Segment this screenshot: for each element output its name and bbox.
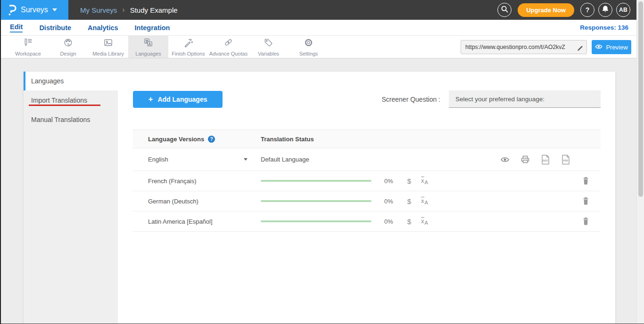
panel-controls: + Add Languages Screener Question : Sele… xyxy=(133,90,601,108)
tab-integration[interactable]: Integration xyxy=(135,24,170,32)
help-badge-icon[interactable]: ? xyxy=(208,136,215,143)
add-languages-button[interactable]: + Add Languages xyxy=(133,91,223,108)
toolbar-item-workspace[interactable]: Workspace xyxy=(8,36,48,58)
auto-translate-button[interactable]: x A xyxy=(421,177,428,185)
eye-icon xyxy=(595,44,603,51)
breadcrumb-chevron-icon: › xyxy=(122,6,124,14)
language-name: English xyxy=(148,156,168,163)
help-button[interactable]: ? xyxy=(580,3,594,17)
survey-url-input[interactable] xyxy=(461,44,573,50)
tag-icon xyxy=(263,37,274,50)
toolbar-item-media-library[interactable]: Media Library xyxy=(88,36,128,58)
languages-card: Languages Import Translations Manual Tra… xyxy=(24,72,615,324)
toolbar-item-finish-options[interactable]: Finish Options xyxy=(168,36,208,58)
toolbar-label: Design xyxy=(60,51,76,57)
sidebar-item-label: Manual Translations xyxy=(31,116,90,123)
sidebar-item-manual-translations[interactable]: Manual Translations xyxy=(24,110,118,129)
svg-text:DOC: DOC xyxy=(543,159,548,162)
view-survey-button[interactable] xyxy=(500,156,510,163)
product-label: Surveys xyxy=(21,6,48,14)
toolbar-item-variables[interactable]: Variables xyxy=(248,36,289,58)
translate-icon: x xyxy=(421,177,424,184)
chain-link-icon xyxy=(223,37,234,50)
trash-icon xyxy=(582,197,589,205)
breadcrumb-my-surveys[interactable]: My Surveys xyxy=(80,6,117,14)
language-cell: French (Français) xyxy=(133,178,261,185)
translate-icon xyxy=(143,37,154,50)
scrollbar-thumb[interactable] xyxy=(638,1,643,197)
sidebar-item-label: Import Translations xyxy=(31,97,87,104)
status-cell: 0% $ x A xyxy=(261,177,601,185)
language-name: Latin America [Español] xyxy=(148,218,213,225)
table-row-latin-america: Latin America [Español] 0% $ x A xyxy=(133,211,601,232)
translation-progress-bar xyxy=(261,200,372,202)
sidebar-item-languages[interactable]: Languages xyxy=(24,72,118,90)
screener-question-select[interactable]: Select your preferred language: xyxy=(449,90,601,108)
languages-sidebar: Languages Import Translations Manual Tra… xyxy=(24,72,118,324)
paid-translation-button[interactable]: $ xyxy=(404,177,414,185)
image-icon xyxy=(103,37,114,50)
export-doc-button[interactable]: DOC xyxy=(541,154,550,165)
product-menu[interactable]: Surveys xyxy=(1,0,68,20)
search-icon xyxy=(501,5,509,15)
doc-file-icon: DOC xyxy=(541,154,550,165)
section-tabbar: Edit Distribute Analytics Integration Re… xyxy=(1,20,636,36)
toolbar-item-settings[interactable]: Settings xyxy=(289,36,329,58)
language-cell: Latin America [Español] xyxy=(133,218,261,225)
eye-icon xyxy=(500,156,510,163)
delete-language-button[interactable] xyxy=(582,177,589,185)
delete-language-button[interactable] xyxy=(582,197,589,205)
paid-translation-button[interactable]: $ xyxy=(404,218,414,226)
tab-analytics[interactable]: Analytics xyxy=(88,24,118,32)
default-status-cell: Default Language xyxy=(261,154,601,165)
search-button[interactable] xyxy=(497,3,512,17)
toolbar-label: Advance Quotas xyxy=(209,51,248,57)
export-actions: DOC PDF xyxy=(500,154,570,165)
gear-icon xyxy=(303,37,314,50)
responses-count-link[interactable]: Responses: 136 xyxy=(580,24,628,31)
export-pdf-button[interactable]: PDF xyxy=(561,154,570,165)
table-header-row: Language Versions ? Translation Status xyxy=(133,130,601,148)
palette-icon xyxy=(63,37,74,50)
pdf-file-icon: PDF xyxy=(561,154,570,165)
language-name: French (Français) xyxy=(148,178,197,185)
toolbar-label: Variables xyxy=(258,51,279,57)
upgrade-now-button[interactable]: Upgrade Now xyxy=(518,3,574,17)
breadcrumb-current: Study Example xyxy=(130,6,178,14)
top-header: Surveys My Surveys › Study Example Upgra… xyxy=(1,0,636,20)
toolbar-item-languages[interactable]: Languages xyxy=(128,36,168,58)
svg-text:PDF: PDF xyxy=(563,159,569,162)
edit-url-button[interactable] xyxy=(573,40,586,54)
auto-translate-button[interactable]: x A xyxy=(421,217,428,226)
preview-label: Preview xyxy=(606,44,627,51)
print-button[interactable] xyxy=(520,155,530,164)
tab-distribute[interactable]: Distribute xyxy=(39,24,71,32)
toolbar-label: Finish Options xyxy=(172,51,205,57)
translation-percent: 0% xyxy=(384,178,400,185)
screener-question-label: Screener Question : xyxy=(381,96,440,103)
trash-icon xyxy=(582,177,589,185)
notifications-button[interactable] xyxy=(598,3,612,17)
toolbar-label: Workspace xyxy=(15,51,41,57)
survey-url-box xyxy=(461,40,587,54)
status-text: Default Language xyxy=(261,156,309,163)
tab-edit[interactable]: Edit xyxy=(10,23,23,32)
page-scrollbar[interactable] xyxy=(636,0,644,324)
table-row-german: German (Deutsch) 0% $ x A xyxy=(133,191,601,211)
sidebar-item-import-translations[interactable]: Import Translations xyxy=(24,90,118,110)
column-language-versions: Language Versions ? xyxy=(133,136,261,143)
preview-button[interactable]: Preview xyxy=(592,40,631,54)
toolbar-item-design[interactable]: Design xyxy=(48,36,88,58)
table-row-default-language: English Default Language xyxy=(133,148,601,171)
status-cell: 0% $ x A xyxy=(261,217,601,226)
translation-progress-bar xyxy=(261,180,372,182)
avatar[interactable]: AB xyxy=(616,3,630,17)
trash-icon xyxy=(582,217,589,226)
auto-translate-button[interactable]: x A xyxy=(421,197,428,205)
toolbar-item-advance-quotas[interactable]: Advance Quotas xyxy=(208,36,248,58)
language-dropdown-caret-icon[interactable] xyxy=(244,158,248,161)
delete-language-button[interactable] xyxy=(582,217,589,226)
paid-translation-button[interactable]: $ xyxy=(404,197,414,205)
header-actions: Upgrade Now ? AB xyxy=(497,0,630,20)
column-label: Language Versions xyxy=(148,136,204,143)
